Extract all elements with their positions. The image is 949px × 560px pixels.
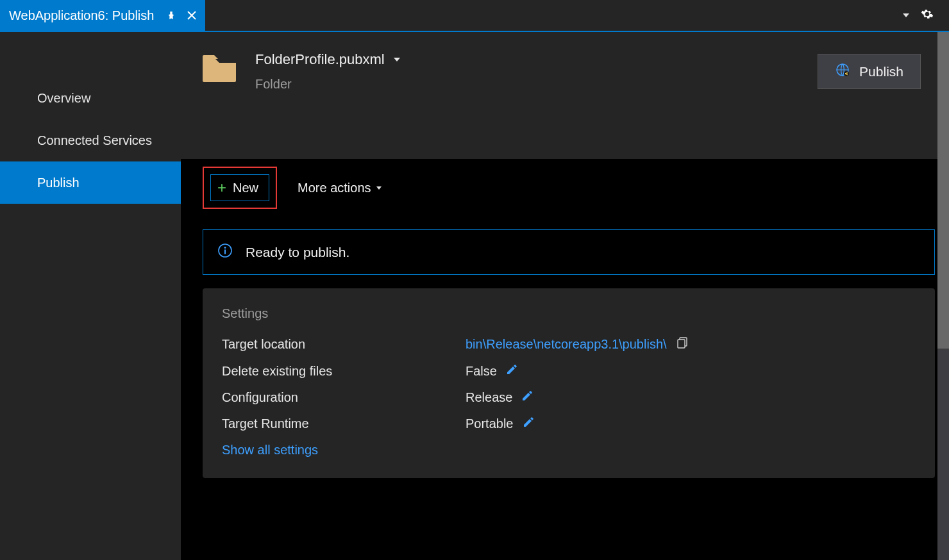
publish-header: FolderProfile.pubxml Folder Publish [181, 32, 937, 160]
profile-selector[interactable]: FolderProfile.pubxml [255, 51, 800, 68]
setting-value: Release [466, 390, 512, 405]
profile-toolbar: + New More actions [181, 159, 937, 217]
new-profile-button[interactable]: + New [210, 174, 269, 201]
setting-configuration: Configuration Release [222, 390, 916, 405]
publish-button[interactable]: Publish [818, 54, 921, 89]
status-banner: Ready to publish. [203, 229, 935, 275]
tabstrip: WebApplication6: Publish [0, 0, 949, 32]
show-all-settings-link[interactable]: Show all settings [222, 443, 916, 457]
more-actions-dropdown[interactable]: More actions [298, 181, 382, 195]
setting-label: Configuration [222, 390, 466, 405]
setting-delete-existing: Delete existing files False [222, 364, 916, 379]
publish-cloud-icon [835, 62, 850, 81]
sidebar-item-label: Publish [37, 176, 80, 190]
setting-target-location: Target location bin\Release\netcoreapp3.… [222, 336, 916, 352]
publish-button-label: Publish [859, 64, 903, 79]
pin-icon[interactable] [167, 11, 176, 20]
scrollbar[interactable] [937, 32, 949, 560]
chevron-down-icon [376, 186, 382, 190]
gear-icon[interactable] [921, 8, 934, 23]
chevron-down-icon [394, 58, 400, 62]
svg-rect-4 [224, 250, 226, 254]
setting-value: Portable [466, 416, 514, 431]
profile-subtitle: Folder [255, 77, 800, 92]
info-icon [217, 243, 233, 261]
setting-label: Target Runtime [222, 416, 466, 431]
profile-name: FolderProfile.pubxml [255, 51, 385, 68]
svg-rect-6 [678, 340, 685, 348]
tab-publish[interactable]: WebApplication6: Publish [0, 0, 205, 31]
setting-value: False [466, 364, 497, 379]
edit-icon[interactable] [506, 364, 517, 379]
folder-icon [201, 53, 237, 88]
setting-label: Target location [222, 337, 466, 352]
tab-overflow-icon[interactable] [903, 13, 909, 17]
scrollbar-thumb[interactable] [937, 32, 949, 349]
svg-point-3 [224, 247, 226, 249]
highlight-new-button: + New [203, 167, 277, 209]
plus-icon: + [217, 180, 226, 195]
sidebar: Overview Connected Services Publish [0, 32, 181, 560]
sidebar-item-overview[interactable]: Overview [0, 77, 181, 119]
edit-icon[interactable] [523, 416, 534, 431]
sidebar-item-label: Connected Services [37, 133, 152, 148]
setting-label: Delete existing files [222, 364, 466, 379]
settings-card: Settings Target location bin\Release\net… [203, 288, 935, 478]
setting-target-runtime: Target Runtime Portable [222, 416, 916, 431]
tab-title: WebApplication6: Publish [9, 8, 158, 23]
status-message: Ready to publish. [246, 245, 349, 260]
new-button-label: New [233, 181, 258, 195]
settings-title: Settings [222, 306, 916, 321]
more-actions-label: More actions [298, 181, 371, 195]
setting-value-link[interactable]: bin\Release\netcoreapp3.1\publish\ [466, 337, 667, 352]
close-icon[interactable] [187, 11, 196, 20]
edit-icon[interactable] [521, 390, 533, 405]
copy-icon[interactable] [676, 336, 689, 352]
sidebar-item-connected-services[interactable]: Connected Services [0, 119, 181, 161]
sidebar-item-label: Overview [37, 91, 90, 106]
sidebar-item-publish[interactable]: Publish [0, 161, 181, 204]
